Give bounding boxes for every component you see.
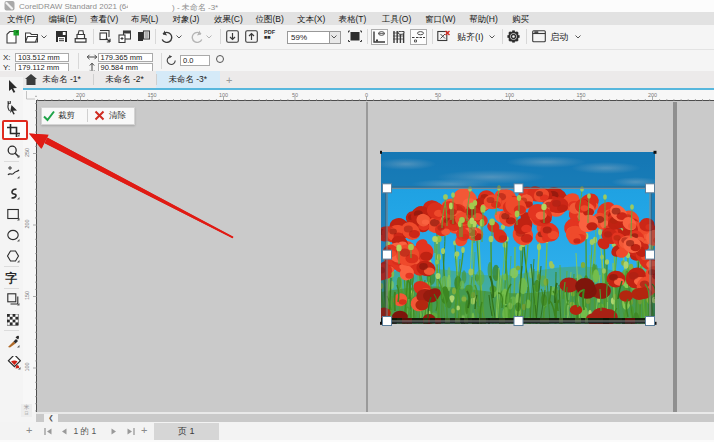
svg-text:100: 100 — [219, 92, 228, 98]
svg-text:100: 100 — [24, 362, 30, 371]
svg-text:200: 200 — [648, 92, 657, 98]
svg-text:150: 150 — [147, 92, 156, 98]
svg-text:200: 200 — [76, 92, 85, 98]
svg-text:0: 0 — [365, 92, 368, 98]
svg-text:150: 150 — [24, 290, 30, 299]
svg-text:150: 150 — [576, 92, 585, 98]
svg-text:50: 50 — [435, 92, 441, 98]
svg-text:250: 250 — [24, 147, 30, 156]
svg-text:200: 200 — [24, 219, 30, 228]
svg-text:100: 100 — [505, 92, 514, 98]
svg-text:50: 50 — [292, 92, 298, 98]
